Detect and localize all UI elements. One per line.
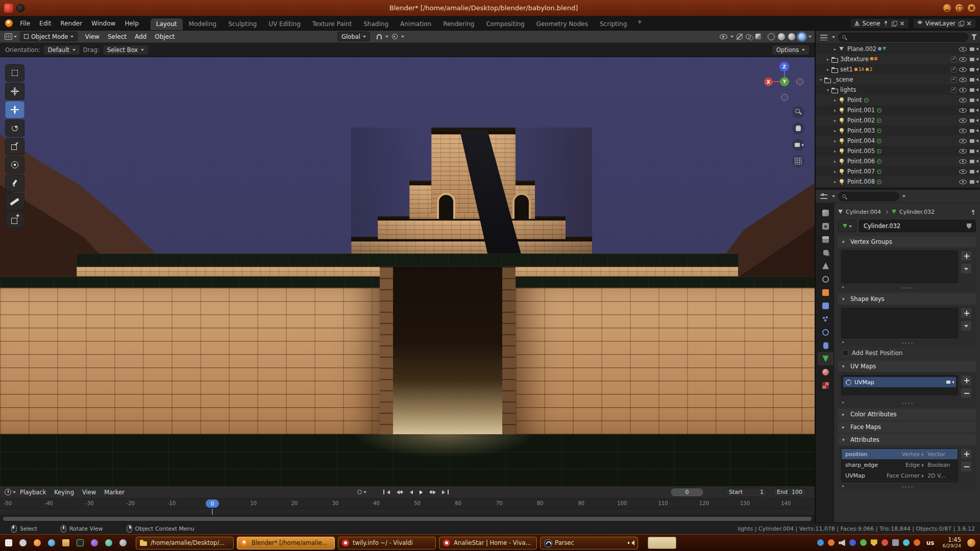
workspace-tab[interactable]: Rendering (437, 18, 480, 30)
outliner-row[interactable]: Point.001 (816, 105, 980, 115)
properties-tab[interactable] (818, 299, 834, 312)
hide-in-viewport-eye-icon[interactable] (959, 47, 967, 52)
pin-id-icon[interactable] (970, 209, 976, 215)
outliner-search-input[interactable] (838, 33, 968, 42)
add-attribute-button[interactable] (961, 448, 972, 459)
blender-menu-button[interactable] (2, 16, 15, 30)
taskbar-window-button[interactable]: /home/amalie/Desktop/... (136, 537, 234, 549)
taskbar-window-button[interactable]: twily.info ~/ - Vivaldi (338, 537, 436, 549)
toolbar-tool-button[interactable] (5, 119, 24, 137)
launcher-icon[interactable] (88, 537, 101, 549)
properties-search-input[interactable] (838, 192, 899, 201)
zoom-button[interactable] (792, 106, 804, 118)
add-uv-map-button[interactable] (961, 375, 972, 386)
disclosure-arrow-icon[interactable] (825, 57, 831, 62)
3d-viewport[interactable]: Z X Y (0, 57, 815, 486)
outliner-row[interactable]: Point.005 (816, 146, 980, 156)
toolbar-tool-button[interactable] (5, 156, 24, 173)
uv-map-item[interactable]: UVMap (843, 377, 956, 387)
frame-end-field[interactable]: End 100 (772, 488, 807, 497)
panel-notes-widget[interactable] (648, 537, 676, 549)
add-vertex-group-button[interactable] (961, 251, 972, 261)
hide-in-viewport-eye-icon[interactable] (959, 149, 967, 154)
launcher-icon[interactable] (74, 537, 86, 549)
launcher-icon[interactable] (31, 537, 43, 549)
gizmo-z-axis[interactable]: Z (779, 62, 789, 71)
frame-start-field[interactable]: Start 1 (724, 488, 769, 497)
active-render-camera-icon[interactable] (946, 380, 953, 385)
hide-in-viewport-eye-icon[interactable] (959, 98, 967, 103)
workspace-tab[interactable]: Layout (151, 18, 183, 30)
editor-type-icon[interactable] (5, 33, 12, 40)
outliner-row[interactable]: 3dtexture (816, 54, 980, 64)
properties-options-caret-icon[interactable] (902, 195, 905, 199)
hide-in-viewport-eye-icon[interactable] (959, 67, 967, 72)
disable-in-renders-camera-icon[interactable] (970, 57, 977, 62)
properties-tab[interactable] (818, 259, 834, 272)
orientation-setting-dropdown[interactable]: Default (43, 45, 80, 55)
disable-in-renders-camera-icon[interactable] (970, 87, 977, 93)
outliner-item-name[interactable]: Point.002 (847, 117, 875, 124)
workspace-tab[interactable]: Sculpting (223, 18, 262, 30)
shading-material-button[interactable] (788, 33, 795, 40)
tray-icon[interactable] (860, 539, 867, 546)
list-resize-grip[interactable] (838, 339, 976, 347)
properties-tab[interactable] (818, 312, 834, 325)
keyboard-layout-indicator[interactable]: us (926, 539, 935, 546)
disclosure-arrow-icon[interactable] (825, 67, 831, 72)
timeline-track[interactable] (0, 509, 815, 515)
gizmo-negative-z-axis[interactable] (781, 94, 788, 101)
list-resize-grip[interactable] (838, 483, 976, 491)
auto-keyframe-toggle[interactable] (357, 489, 366, 495)
toolbar-tool-button[interactable] (5, 138, 24, 155)
outliner-row[interactable]: Point.004 (816, 136, 980, 146)
new-scene-icon[interactable] (891, 20, 897, 26)
pin-icon[interactable] (883, 20, 889, 26)
shading-rendered-button[interactable] (798, 33, 805, 40)
transform-orientation-dropdown[interactable]: Global (337, 32, 370, 41)
fake-user-shield-icon[interactable] (967, 223, 971, 229)
timeline-scrollbar-thumb[interactable] (3, 517, 812, 521)
jump-to-end-button[interactable] (440, 488, 450, 496)
timeline-scrollbar[interactable] (0, 515, 815, 523)
outliner-row[interactable]: Point.003 (816, 126, 980, 136)
outliner-item-name[interactable]: set1 (840, 66, 853, 73)
properties-tab[interactable] (818, 206, 834, 219)
editor-type-caret-icon[interactable] (14, 36, 17, 39)
outliner-item-name[interactable]: Point.007 (847, 168, 875, 175)
playhead[interactable]: 0 (206, 499, 219, 508)
breadcrumb-data[interactable]: Cylinder.032 (899, 209, 935, 215)
outliner-item-name[interactable]: Plane.002 (847, 45, 876, 53)
workspace-tab[interactable]: Modeling (183, 18, 223, 30)
tray-icon[interactable] (892, 539, 899, 546)
workspace-tab[interactable]: Scripting (594, 18, 632, 30)
vertex-groups-panel-header[interactable]: Vertex Groups (838, 236, 976, 247)
disable-in-renders-camera-icon[interactable] (970, 97, 977, 103)
uv-maps-panel-header[interactable]: UV Maps (838, 361, 976, 372)
disclosure-arrow-icon[interactable] (832, 98, 838, 103)
outliner-row[interactable]: Point.008 (816, 177, 980, 187)
jump-to-start-button[interactable] (382, 488, 391, 496)
workspace-tab[interactable]: Shading (358, 18, 394, 30)
visibility-caret-icon[interactable] (730, 36, 733, 39)
outliner-editor-icon[interactable] (820, 34, 827, 40)
taskbar-window-button[interactable]: Parsec (540, 537, 638, 549)
previous-keyframe-button[interactable] (394, 488, 403, 496)
properties-tab[interactable] (818, 272, 834, 286)
properties-tab[interactable] (818, 379, 834, 392)
topbar-menu[interactable]: Edit (35, 16, 56, 30)
timeline-editor-icon[interactable] (5, 489, 11, 495)
vertex-group-specials-button[interactable] (961, 263, 972, 274)
outliner-editor-caret-icon[interactable] (832, 36, 835, 40)
attribute-row[interactable]: position Vertex Vector (842, 449, 958, 460)
close-button[interactable] (967, 4, 976, 12)
workspace-tab[interactable]: Geometry Nodes (531, 18, 594, 30)
viewport-menu[interactable]: Select (104, 33, 131, 40)
hide-in-viewport-eye-icon[interactable] (959, 57, 967, 62)
disclosure-arrow-icon[interactable] (832, 180, 838, 184)
launcher-icon[interactable] (103, 537, 115, 549)
minimize-button[interactable] (943, 4, 951, 12)
viewport-menu[interactable]: Object (151, 33, 179, 40)
tray-icon[interactable] (914, 539, 920, 546)
outliner-row[interactable]: lights (816, 85, 980, 95)
